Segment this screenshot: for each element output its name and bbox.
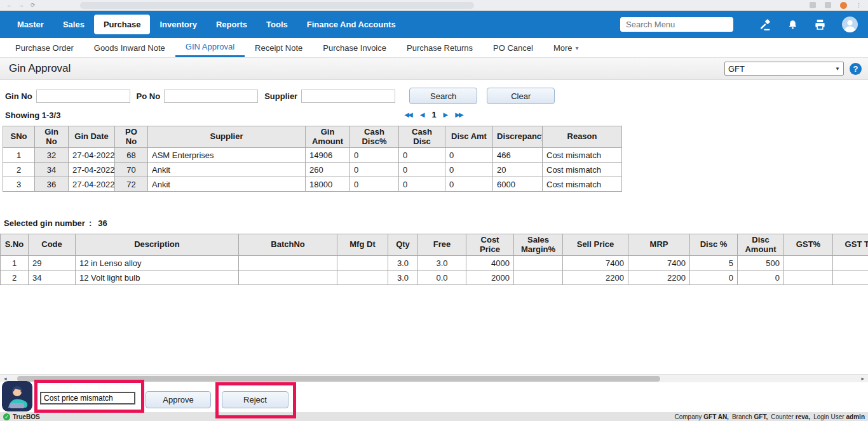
counter-label: Counter (771, 413, 794, 420)
cell-sell-price: 2200 (563, 271, 628, 285)
cell-sno: 2 (1, 271, 29, 285)
gin-no-input[interactable] (36, 90, 130, 103)
cell-gst-pct (784, 256, 833, 271)
table-row[interactable]: 3 36 27-04-2022 72 Ankit 18000 0 0 0 600… (3, 177, 622, 192)
company-label: Company (674, 413, 702, 420)
browser-forward-icon[interactable]: → (18, 2, 24, 8)
nav-master[interactable]: Master (8, 15, 53, 34)
cell-cost-price: 4000 (466, 256, 514, 271)
selected-gin-line: Selected gin number:36 (4, 218, 868, 228)
column-header: Description (76, 234, 239, 256)
counter-value: reva, (796, 413, 810, 420)
supplier-input[interactable] (301, 90, 395, 103)
browser-menu-icon[interactable]: ⋮ (856, 2, 862, 8)
bookmark-star-icon[interactable] (825, 2, 831, 8)
tab-purchase-order[interactable]: Purchase Order (5, 38, 84, 57)
current-page[interactable]: 1 (431, 110, 436, 119)
cell-code: 34 (29, 271, 76, 285)
cell-discrepancy: 466 (493, 148, 543, 163)
tab-purchase-invoice[interactable]: Purchase Invoice (313, 38, 397, 57)
approve-button[interactable]: Approve (146, 391, 211, 408)
tab-goods-inward-note[interactable]: Goods Inward Note (84, 38, 175, 57)
user-avatar[interactable] (842, 17, 858, 32)
last-page-icon[interactable]: ▶▶ (455, 111, 462, 118)
tab-more[interactable]: More ▾ (543, 38, 589, 57)
column-header: Code (29, 234, 76, 256)
first-page-icon[interactable]: ◀◀ (404, 111, 411, 118)
horizontal-scrollbar[interactable]: ◂ ▸ (0, 374, 868, 382)
cell-free: 3.0 (418, 256, 466, 271)
cell-reason: Cost mismatch (543, 163, 622, 177)
nav-purchase[interactable]: Purchase (94, 15, 151, 34)
cell-sno: 1 (1, 256, 29, 271)
table-row[interactable]: 2 34 27-04-2022 70 Ankit 260 0 0 0 20 Co… (3, 163, 622, 177)
reject-reason-input[interactable] (40, 392, 135, 404)
nav-finance-and-accounts[interactable]: Finance And Accounts (297, 15, 405, 34)
login-user-value: admin (846, 413, 865, 420)
nav-reports[interactable]: Reports (207, 15, 257, 34)
nav-sales[interactable]: Sales (53, 15, 94, 34)
check-icon: ✓ (3, 413, 10, 420)
gin-no-label: Gin No (5, 91, 32, 101)
cell-gin-amount: 260 (306, 163, 350, 177)
browser-reload-icon[interactable]: ⟳ (31, 2, 36, 8)
cell-cash-disc: 0 (399, 177, 445, 192)
select-chevron-icon: ▼ (835, 66, 840, 72)
item-row: 1 29 12 in Lenso alloy 3.0 3.0 4000 7400… (1, 256, 868, 271)
cell-disc-pct: 0 (690, 271, 738, 285)
browser-back-icon[interactable]: ← (6, 2, 12, 8)
items-header-row: S.No Code Description BatchNo Mfg Dt Qty… (1, 234, 868, 256)
cell-reason: Cost mismatch (543, 177, 622, 192)
cell-gin-amount: 18000 (306, 177, 350, 192)
browser-profile-avatar[interactable] (840, 2, 847, 9)
prev-page-icon[interactable]: ◀ (420, 111, 425, 118)
table-row[interactable]: 1 32 27-04-2022 68 ASM Enterprises 14906… (3, 148, 622, 163)
cell-batch-no (239, 256, 337, 271)
gavel-icon[interactable] (759, 18, 771, 31)
po-no-input[interactable] (164, 90, 258, 103)
column-header: Disc Amount (738, 234, 784, 256)
cell-sell-price: 7400 (563, 256, 628, 271)
cell-disc-amt: 0 (445, 163, 493, 177)
cell-gin-date: 27-04-2022 (69, 163, 115, 177)
status-bar: ✓ TrueBOS CompanyGFT AN, BranchGFT, Coun… (0, 412, 868, 421)
nav-tools[interactable]: Tools (257, 15, 297, 34)
printer-icon[interactable] (814, 18, 826, 30)
tab-gin-approval[interactable]: GIN Approval (175, 38, 245, 57)
column-header: SNo (3, 126, 35, 148)
cell-gin-no: 34 (35, 163, 69, 177)
cell-qty: 3.0 (388, 256, 418, 271)
cell-gin-no: 32 (35, 148, 69, 163)
tab-more-label: More (553, 43, 573, 53)
column-header: BatchNo (239, 234, 337, 256)
tab-po-cancel[interactable]: PO Cancel (483, 38, 543, 57)
branch-select[interactable]: GFT ▼ (724, 62, 844, 76)
page-title: Gin Approval (9, 62, 71, 75)
browser-address-bar[interactable] (80, 2, 474, 9)
next-page-icon[interactable]: ▶ (444, 111, 449, 118)
help-icon[interactable]: ? (850, 63, 862, 75)
column-header: GST Tax (833, 234, 868, 256)
menu-search-input[interactable] (620, 17, 733, 32)
cell-gin-amount: 14906 (306, 148, 350, 163)
search-button[interactable]: Search (409, 88, 477, 104)
selected-gin-value: 36 (98, 218, 107, 228)
cell-sno: 3 (3, 177, 35, 192)
scrollbar-thumb[interactable] (17, 376, 660, 382)
cell-disc-amt: 0 (445, 177, 493, 192)
tab-receipt-note[interactable]: Receipt Note (245, 38, 313, 57)
tab-purchase-returns[interactable]: Purchase Returns (397, 38, 483, 57)
cell-gin-no: 36 (35, 177, 69, 192)
cell-po-no: 70 (115, 163, 148, 177)
cell-gst-tax (833, 256, 868, 271)
extensions-icon[interactable] (810, 2, 816, 8)
column-header: GST% (784, 234, 833, 256)
cell-code: 29 (29, 256, 76, 271)
cell-sales-margin (514, 256, 563, 271)
nav-inventory[interactable]: Inventory (150, 15, 207, 34)
scroll-right-icon[interactable]: ▸ (861, 375, 864, 383)
browser-toolbar: ← → ⟳ ⋮ (0, 0, 868, 11)
notifications-bell-icon[interactable] (787, 19, 798, 30)
reject-button[interactable]: Reject (222, 391, 288, 408)
clear-button[interactable]: Clear (487, 88, 555, 104)
